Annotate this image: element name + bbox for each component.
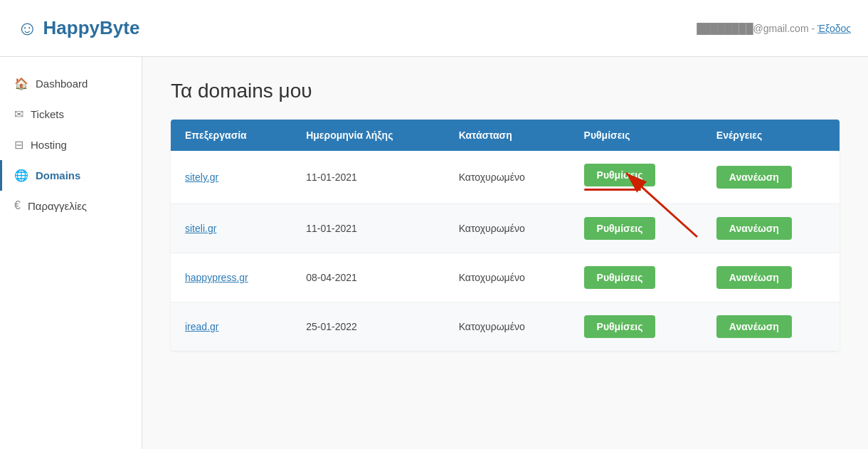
logout-link[interactable]: Έξοδος (817, 23, 851, 34)
renew-button[interactable]: Ανανέωση (716, 166, 792, 189)
sidebar-item-label: Παραγγελίες (28, 200, 87, 212)
separator: - (811, 23, 817, 34)
cell-settings: Ρυθμίσεις (570, 151, 702, 204)
cell-domain: iread.gr (171, 302, 292, 352)
sidebar-item-domains[interactable]: 🌐 Domains (0, 160, 142, 191)
cell-status: Κατοχυρωμένο (445, 253, 570, 302)
settings-button[interactable]: Ρυθμίσεις (584, 217, 656, 240)
cell-expiry: 25-01-2022 (292, 302, 445, 352)
col-settings: Ρυθμίσεις (570, 120, 702, 151)
cell-domain: siteli.gr (171, 204, 292, 253)
settings-button[interactable]: Ρυθμίσεις (584, 315, 656, 338)
mail-icon: ✉ (14, 107, 23, 121)
cell-actions: Ανανέωση (702, 302, 840, 352)
page-title: Τα domains μου (171, 80, 840, 102)
domain-link[interactable]: happypress.gr (185, 272, 248, 283)
domain-link[interactable]: iread.gr (185, 321, 218, 332)
settings-highlighted: Ρυθμίσεις (584, 164, 656, 191)
cell-status: Κατοχυρωμένο (445, 302, 570, 352)
renew-button[interactable]: Ανανέωση (716, 315, 792, 338)
euro-icon: € (14, 199, 21, 212)
sidebar: 🏠 Dashboard ✉ Tickets ⊟ Hosting 🌐 Domain… (0, 57, 142, 449)
table-body: sitely.gr11-01-2021ΚατοχυρωμένοΡυθμίσεις… (171, 151, 840, 351)
cell-actions: Ανανέωση (702, 253, 840, 302)
cell-actions: Ανανέωση (702, 204, 840, 253)
col-expiry: Ημερομηνία λήξης (292, 120, 445, 151)
cell-expiry: 11-01-2021 (292, 204, 445, 253)
table-row: siteli.gr11-01-2021ΚατοχυρωμένοΡυθμίσεις… (171, 204, 840, 253)
table-header: Επεξεργασία Ημερομηνία λήξης Κατάσταση Ρ… (171, 120, 840, 151)
user-email: ████████@gmail.com (697, 23, 808, 34)
cell-expiry: 11-01-2021 (292, 151, 445, 204)
col-domain: Επεξεργασία (171, 120, 292, 151)
logo: ☺ HappyByte (17, 17, 139, 40)
sidebar-item-label: Hosting (31, 139, 67, 151)
sidebar-item-dashboard[interactable]: 🏠 Dashboard (0, 68, 142, 99)
col-status: Κατάσταση (445, 120, 570, 151)
cell-expiry: 08-04-2021 (292, 253, 445, 302)
user-info: ████████@gmail.com - Έξοδος (697, 23, 851, 34)
table-row: sitely.gr11-01-2021ΚατοχυρωμένοΡυθμίσεις… (171, 151, 840, 204)
logo-icon: ☺ (17, 17, 38, 40)
sidebar-item-label: Domains (36, 169, 80, 181)
renew-button[interactable]: Ανανέωση (716, 217, 792, 240)
table-row: happypress.gr08-04-2021ΚατοχυρωμένοΡυθμί… (171, 253, 840, 302)
renew-button[interactable]: Ανανέωση (716, 266, 792, 289)
col-actions: Ενέργειες (702, 120, 840, 151)
home-icon: 🏠 (14, 77, 28, 90)
table-row: iread.gr25-01-2022ΚατοχυρωμένοΡυθμίσειςΑ… (171, 302, 840, 352)
red-underline (584, 189, 641, 191)
domains-table: Επεξεργασία Ημερομηνία λήξης Κατάσταση Ρ… (171, 120, 840, 351)
cell-domain: sitely.gr (171, 151, 292, 204)
settings-button[interactable]: Ρυθμίσεις (584, 164, 656, 186)
server-icon: ⊟ (14, 138, 23, 152)
sidebar-item-label: Tickets (31, 108, 64, 120)
cell-actions: Ανανέωση (702, 151, 840, 204)
header: ☺ HappyByte ████████@gmail.com - Έξοδος (0, 0, 868, 57)
cell-settings: Ρυθμίσεις (570, 253, 702, 302)
table-wrapper: Επεξεργασία Ημερομηνία λήξης Κατάσταση Ρ… (171, 120, 840, 351)
cell-settings: Ρυθμίσεις (570, 204, 702, 253)
sidebar-item-hosting[interactable]: ⊟ Hosting (0, 130, 142, 160)
cell-settings: Ρυθμίσεις (570, 302, 702, 352)
domain-link[interactable]: sitely.gr (185, 171, 218, 183)
cell-status: Κατοχυρωμένο (445, 151, 570, 204)
logo-text: HappyByte (43, 17, 140, 39)
settings-button[interactable]: Ρυθμίσεις (584, 266, 656, 289)
domain-link[interactable]: siteli.gr (185, 223, 216, 234)
layout: 🏠 Dashboard ✉ Tickets ⊟ Hosting 🌐 Domain… (0, 57, 868, 449)
sidebar-item-orders[interactable]: € Παραγγελίες (0, 191, 142, 221)
header-row: Επεξεργασία Ημερομηνία λήξης Κατάσταση Ρ… (171, 120, 840, 151)
sidebar-item-tickets[interactable]: ✉ Tickets (0, 99, 142, 130)
main-content: Τα domains μου Επεξεργασία Ημερομηνία λή… (142, 57, 868, 449)
sidebar-item-label: Dashboard (36, 78, 88, 90)
cell-status: Κατοχυρωμένο (445, 204, 570, 253)
cell-domain: happypress.gr (171, 253, 292, 302)
globe-icon: 🌐 (14, 169, 28, 182)
